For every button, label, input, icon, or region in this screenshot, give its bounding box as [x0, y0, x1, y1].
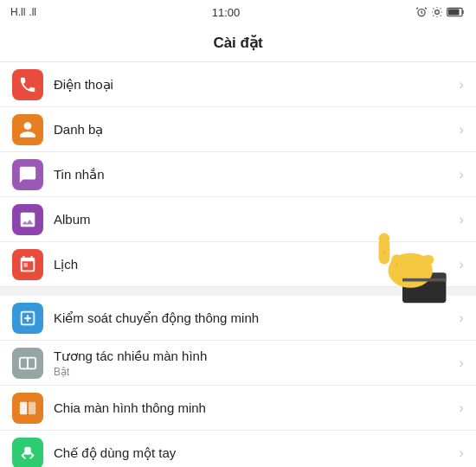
danh-ba-chevron: › — [459, 122, 464, 137]
svg-point-1 — [435, 10, 440, 15]
svg-rect-3 — [448, 9, 460, 15]
che-do-mot-tay-icon-bg — [12, 438, 43, 468]
alarm-icon — [415, 6, 428, 18]
kiem-soat-content: Kiểm soát chuyển động thông minh — [54, 310, 453, 327]
danh-ba-label: Danh bạ — [54, 121, 453, 138]
danh-ba-content: Danh bạ — [54, 121, 453, 138]
svg-rect-8 — [20, 401, 27, 414]
calendar-icon — [18, 255, 37, 274]
splitscreen-icon — [18, 399, 37, 418]
settings-item-che-do-mot-tay[interactable]: Chế độ dùng một tay › — [0, 431, 476, 467]
tin-nhan-chevron: › — [459, 167, 464, 182]
che-do-mot-tay-content: Chế độ dùng một tay — [54, 445, 453, 462]
danh-ba-icon-bg — [12, 114, 43, 145]
chia-man-hinh-content: Chia màn hình thông minh — [54, 400, 453, 417]
dien-thoai-chevron: › — [459, 77, 464, 92]
lich-chevron: › — [459, 257, 464, 272]
onehand-icon — [18, 444, 37, 463]
time-display: 11:00 — [212, 6, 241, 19]
phone-icon — [18, 75, 37, 94]
settings-item-tuong-tac[interactable]: Tương tác nhiều màn hình Bật › — [0, 341, 476, 386]
album-icon-bg — [12, 204, 43, 235]
svg-rect-9 — [29, 401, 35, 414]
contacts-icon — [18, 120, 37, 139]
kiem-soat-chevron: › — [459, 310, 464, 325]
motion-icon — [18, 309, 37, 328]
tuong-tac-sublabel: Bật — [54, 366, 453, 378]
title-bar: Cài đặt — [0, 24, 476, 62]
che-do-mot-tay-label: Chế độ dùng một tay — [54, 445, 453, 462]
chia-man-hinh-chevron: › — [459, 400, 464, 415]
kiem-soat-label: Kiểm soát chuyển động thông minh — [54, 310, 453, 327]
svg-rect-23 — [402, 278, 446, 282]
tin-nhan-icon-bg — [12, 159, 43, 190]
status-bar: H.ll .ll 11:00 — [0, 0, 476, 24]
signal-text: H.ll — [10, 6, 25, 18]
multiscreen-icon — [18, 354, 37, 373]
kiem-soat-icon-bg — [12, 303, 43, 334]
dien-thoai-label: Điện thoại — [54, 76, 453, 93]
tuong-tac-chevron: › — [459, 355, 464, 370]
tin-nhan-label: Tin nhắn — [54, 166, 453, 183]
dien-thoai-icon-bg — [12, 69, 43, 100]
brightness-icon — [431, 6, 443, 18]
chia-man-hinh-label: Chia màn hình thông minh — [54, 400, 453, 417]
album-chevron: › — [459, 212, 464, 227]
dien-thoai-content: Điện thoại — [54, 76, 453, 93]
hand-pointer-illustration — [355, 229, 450, 307]
status-icons — [415, 6, 466, 18]
album-content: Album — [54, 211, 453, 228]
album-icon — [18, 210, 37, 229]
tuong-tac-label: Tương tác nhiều màn hình — [54, 348, 453, 365]
settings-item-chia-man-hinh[interactable]: Chia màn hình thông minh › — [0, 386, 476, 431]
svg-rect-10 — [24, 446, 30, 454]
tuong-tac-content: Tương tác nhiều màn hình Bật — [54, 348, 453, 378]
battery-icon — [447, 7, 466, 17]
settings-item-tin-nhan[interactable]: Tin nhắn › — [0, 152, 476, 197]
che-do-mot-tay-chevron: › — [459, 445, 464, 460]
signal2-text: .ll — [29, 6, 36, 18]
signal-area: H.ll .ll — [10, 6, 36, 18]
chia-man-hinh-icon-bg — [12, 393, 43, 424]
page-title: Cài đặt — [213, 34, 262, 52]
tuong-tac-icon-bg — [12, 348, 43, 379]
lich-icon-bg — [12, 249, 43, 280]
settings-item-dien-thoai[interactable]: Điện thoại › — [0, 62, 476, 107]
tin-nhan-content: Tin nhắn — [54, 166, 453, 183]
message-icon — [18, 165, 37, 184]
album-label: Album — [54, 211, 453, 228]
svg-point-19 — [379, 234, 390, 245]
settings-item-danh-ba[interactable]: Danh bạ › — [0, 107, 476, 152]
